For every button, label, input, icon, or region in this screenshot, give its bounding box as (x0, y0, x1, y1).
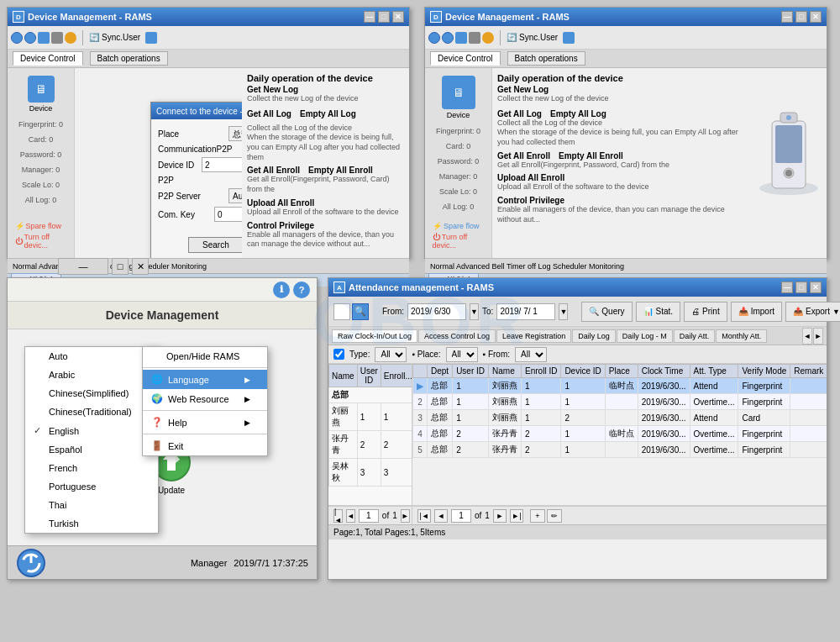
top-right-close[interactable]: ✕ (810, 11, 822, 23)
table-row[interactable]: 3总部1刘丽燕122019/6/30...AttendCard (413, 410, 827, 426)
help-icon-btn[interactable]: ? (293, 282, 310, 298)
sidebar-card[interactable]: Card: 0 (25, 134, 57, 145)
tab-leave-reg[interactable]: Leave Registration (496, 329, 571, 343)
attend-minimize[interactable]: — (781, 282, 793, 293)
export-btn[interactable]: 📤 Export ▼ (785, 302, 840, 322)
sidebar-password[interactable]: Password: 0 (17, 149, 66, 160)
dialog-place-select[interactable]: 总部(5) (228, 126, 242, 141)
rpage-first[interactable]: |◄ (417, 509, 431, 523)
info-icon-btn[interactable]: ℹ (273, 282, 290, 298)
float-close-btn[interactable]: ✕ (132, 258, 149, 275)
search-btn[interactable]: Search (188, 237, 242, 253)
rpage-next[interactable]: ► (493, 509, 507, 523)
type-checkbox[interactable] (333, 349, 344, 360)
tab-access-control[interactable]: Access Control Log (418, 329, 496, 343)
empty-all-log-link[interactable]: Empty All Log (300, 109, 356, 118)
float-maximize-btn[interactable]: □ (112, 258, 129, 275)
float-minimize-btn[interactable]: — (58, 258, 108, 275)
table-row[interactable]: 2总部1刘丽燕112019/6/30...Overtime...Fingerpr… (413, 394, 827, 410)
spare-flow-btn[interactable]: ⚡ Spare flow (15, 222, 67, 230)
search-btn[interactable]: 🔍 (352, 303, 369, 320)
sidebar-scale[interactable]: Scale Lo: 0 (18, 179, 63, 191)
dept-person-1[interactable]: 刘丽燕 1 1 (329, 403, 413, 431)
type-select[interactable]: All (375, 347, 407, 362)
main-menu-open-hide[interactable]: Open/Hide RAMS (143, 347, 267, 366)
tr-spare-flow[interactable]: ⚡ Spare flow (433, 222, 485, 230)
sidebar-device[interactable]: 🖥 Device (12, 73, 71, 115)
minimize-btn[interactable]: — (364, 11, 375, 23)
rpage-last[interactable]: ►| (510, 509, 523, 523)
query-btn[interactable]: 🔍 Query (581, 302, 632, 322)
from-date-calendar-btn[interactable]: ▼ (470, 303, 479, 320)
place-select[interactable]: All (446, 347, 478, 362)
attend-close[interactable]: ✕ (810, 282, 822, 293)
get-all-log-link[interactable]: Get All Log (247, 109, 291, 118)
dialog-server-select[interactable]: Auto (228, 188, 242, 203)
tr-empty-all-enroll[interactable]: Empty All Enroll (559, 151, 623, 160)
edit-row-btn[interactable]: ✏ (547, 509, 562, 523)
tab-daily-log[interactable]: Daily Log (572, 329, 616, 343)
tr-get-all-enroll[interactable]: Get All Enroll (497, 151, 550, 160)
tr-control-privilege[interactable]: Control Privilege (497, 196, 746, 205)
upload-all-enroll-link[interactable]: Upload All Enroll (247, 198, 404, 208)
tr-get-all-log-link[interactable]: Get All Log (497, 109, 542, 118)
page-first[interactable]: |◄ (333, 509, 343, 523)
stat-btn[interactable]: 📊 Stat. (636, 302, 681, 322)
menu-item-turkish[interactable]: Turkish (25, 514, 158, 533)
tr-upload-enroll[interactable]: Upload All Enroll (497, 173, 746, 182)
table-row[interactable]: 4总部2张丹青21临时点2019/6/30...Overtime...Finge… (413, 426, 827, 442)
tab-batch-operations[interactable]: Batch operations (90, 51, 168, 66)
menu-item-auto[interactable]: Auto (25, 347, 158, 366)
menu-item-portuguese[interactable]: Portuguese (25, 477, 158, 496)
tab-daily-att[interactable]: Daily Att. (674, 329, 716, 343)
main-menu-web-resource[interactable]: 🌍 Web Resource (143, 389, 267, 408)
tr-tab-batch-operations[interactable]: Batch operations (507, 51, 585, 66)
tr-empty-all-log-link[interactable]: Empty All Log (550, 109, 606, 118)
main-menu-exit[interactable]: 🚪 Exit (143, 436, 267, 455)
dept-person-2[interactable]: 张丹青 2 2 (329, 431, 413, 459)
rpage-prev[interactable]: ◄ (434, 509, 448, 523)
sidebar-alllog[interactable]: All Log: 0 (22, 194, 60, 206)
tab-device-control[interactable]: Device Control (13, 51, 83, 66)
empty-all-enroll-link[interactable]: Empty All Enroll (308, 166, 373, 175)
page-num-input[interactable] (359, 509, 379, 523)
menu-item-chinese-simp[interactable]: Chinese(Simplified) (25, 384, 158, 403)
control-privilege-link[interactable]: Control Privilege (247, 221, 404, 230)
tab-monthly-att[interactable]: Monthly Att. (716, 329, 767, 343)
menu-item-chinese-trad[interactable]: Chinese(Traditional) (25, 403, 158, 421)
turn-off-btn[interactable]: ⏻ Turn off devic... (15, 233, 67, 250)
to-date-input[interactable] (496, 303, 555, 320)
tab-daily-log-m[interactable]: Daily Log - M (617, 329, 673, 343)
maximize-btn[interactable]: □ (378, 11, 390, 23)
from-select[interactable]: All (515, 347, 547, 362)
from-date-input[interactable] (407, 303, 466, 320)
to-date-calendar-btn[interactable]: ▼ (559, 303, 568, 320)
dialog-deviceid-input[interactable] (202, 157, 242, 172)
menu-item-french[interactable]: French (25, 459, 158, 477)
get-all-enroll-link[interactable]: Get All Enroll (247, 166, 300, 175)
menu-item-thai[interactable]: Thai (25, 496, 158, 514)
tr-tab-device-control[interactable]: Device Control (430, 51, 501, 66)
import-btn[interactable]: 📥 Import (731, 302, 782, 322)
get-new-log-link[interactable]: Get New Log (247, 85, 404, 94)
print-btn[interactable]: 🖨 Print (684, 302, 727, 322)
menu-item-arabic[interactable]: Arabic (25, 366, 158, 384)
tab-left-arrow[interactable]: ◄ (802, 328, 812, 345)
top-right-maximize[interactable]: □ (795, 11, 807, 23)
dept-person-3[interactable]: 吴林秋 3 3 (329, 459, 413, 487)
menu-item-espanol[interactable]: Español (25, 440, 158, 459)
search-input[interactable] (333, 303, 350, 320)
tr-sidebar-device[interactable]: 🖥 Device (429, 73, 488, 122)
top-right-minimize[interactable]: — (781, 11, 793, 23)
table-row[interactable]: ▶总部1刘丽燕11临时点2019/6/30...AttendFingerprin… (413, 378, 827, 394)
tab-right-arrow[interactable]: ► (813, 328, 823, 345)
main-menu-language[interactable]: 🌐 Language (143, 370, 267, 389)
attend-maximize[interactable]: □ (795, 282, 807, 293)
tab-raw-clockin[interactable]: Raw Clock-In/Out Log (332, 329, 417, 343)
tr-get-new-log-link[interactable]: Get New Log (497, 85, 746, 94)
dialog-comkey-input[interactable] (214, 207, 242, 222)
page-prev[interactable]: ◄ (346, 509, 355, 523)
add-row-btn[interactable]: + (530, 509, 545, 523)
menu-item-english[interactable]: ✓ English (25, 421, 158, 440)
tr-turn-off[interactable]: ⏻ Turn off devic... (433, 233, 485, 250)
